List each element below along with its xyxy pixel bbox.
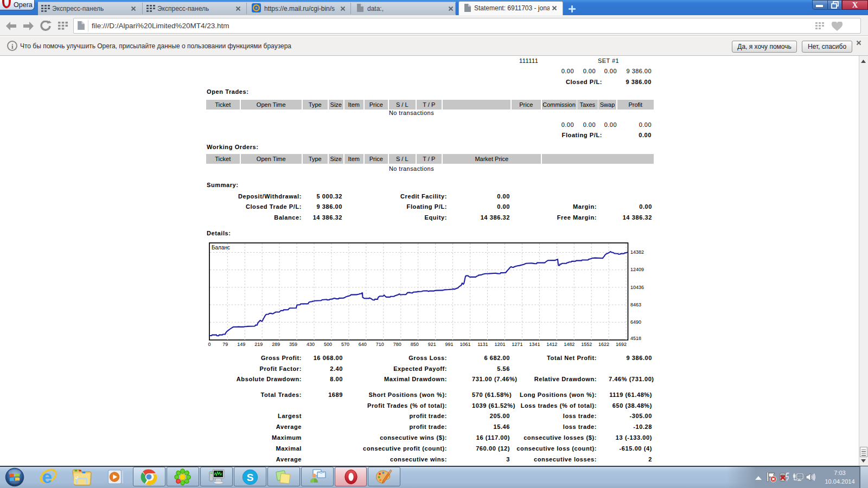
- svg-text:S: S: [247, 472, 254, 483]
- svg-text:e: e: [42, 467, 52, 487]
